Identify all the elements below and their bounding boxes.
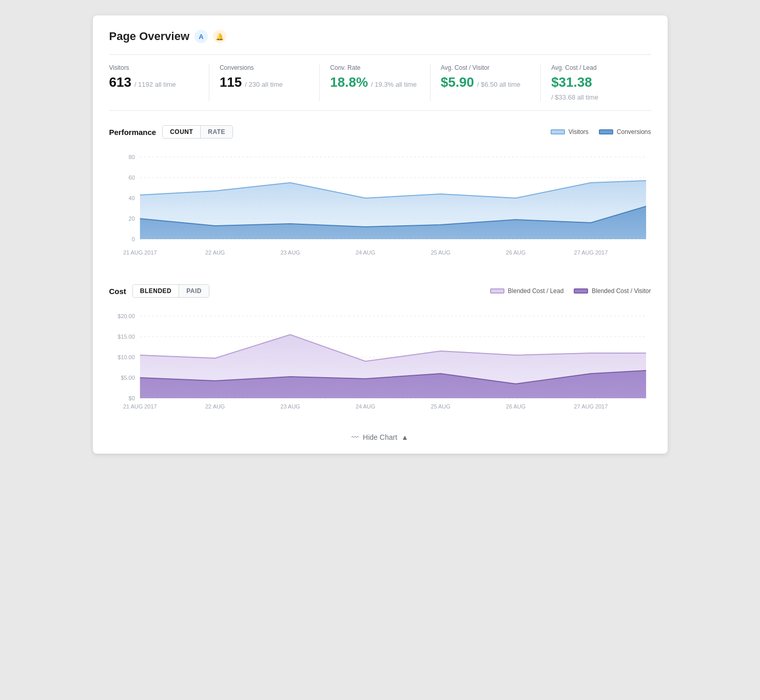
hide-chart-chevron: ▲ <box>401 433 408 441</box>
svg-text:$10.00: $10.00 <box>118 354 134 360</box>
metric-conversions-label: Conversions <box>220 64 309 71</box>
legend-visitors-swatch <box>551 129 565 134</box>
svg-text:24 AUG: 24 AUG <box>355 249 375 256</box>
performance-toggle-rate[interactable]: RATE <box>200 126 232 138</box>
cost-header: Cost BLENDED PAID Blended Cost / Lead Bl… <box>109 284 651 298</box>
metric-avg-cost-visitor: Avg. Cost / Visitor $5.90 / $6.50 all ti… <box>431 64 541 101</box>
svg-text:26 AUG: 26 AUG <box>505 403 525 410</box>
legend-blended-visitor: Blended Cost / Visitor <box>574 287 651 295</box>
svg-text:25 AUG: 25 AUG <box>431 249 450 256</box>
metric-conv-rate-primary: 18.8% <box>330 74 368 90</box>
svg-text:$20.00: $20.00 <box>118 313 134 319</box>
cost-toggle-paid[interactable]: PAID <box>179 285 209 297</box>
svg-text:$5.00: $5.00 <box>121 375 134 381</box>
legend-conversions: Conversions <box>599 128 651 135</box>
metric-avg-cost-lead: Avg. Cost / Lead $31.38 / $33.68 all tim… <box>541 64 651 101</box>
legend-visitors: Visitors <box>551 128 589 135</box>
main-card: Page Overview A 🔔 Visitors 613 / 1192 al… <box>93 15 668 454</box>
a-icon: A <box>194 30 208 43</box>
svg-text:$0: $0 <box>128 395 134 401</box>
legend-blended-lead: Blended Cost / Lead <box>490 287 564 295</box>
legend-blended-lead-swatch <box>490 288 504 294</box>
metric-visitors-secondary: / 1192 all time <box>134 81 176 88</box>
svg-text:26 AUG: 26 AUG <box>505 249 525 256</box>
performance-header: Performance COUNT RATE Visitors Conversi… <box>109 125 651 139</box>
cost-toggle-group: BLENDED PAID <box>132 284 209 298</box>
page-title-row: Page Overview A 🔔 <box>109 30 651 43</box>
hide-chart-row[interactable]: 〰 Hide Chart ▲ <box>109 433 651 441</box>
cost-toggle-blended[interactable]: BLENDED <box>133 285 179 297</box>
cost-chart: $20.00 $15.00 $10.00 $5.00 $0 <box>109 306 651 419</box>
svg-text:20: 20 <box>128 216 134 222</box>
performance-section: Performance COUNT RATE Visitors Conversi… <box>109 125 651 270</box>
legend-blended-visitor-swatch <box>574 288 588 294</box>
cost-legend: Blended Cost / Lead Blended Cost / Visit… <box>490 287 651 295</box>
performance-toggle-group: COUNT RATE <box>162 125 233 139</box>
legend-blended-visitor-label: Blended Cost / Visitor <box>592 287 651 295</box>
performance-legend: Visitors Conversions <box>551 128 651 135</box>
performance-title: Performance <box>109 128 157 137</box>
cost-title-row: Cost BLENDED PAID <box>109 284 209 298</box>
metric-avg-cost-visitor-label: Avg. Cost / Visitor <box>441 64 530 71</box>
performance-toggle-count[interactable]: COUNT <box>163 126 200 138</box>
svg-text:23 AUG: 23 AUG <box>280 403 300 410</box>
metric-conv-rate: Conv. Rate 18.8% / 19.3% all time <box>320 64 430 101</box>
metric-avg-cost-visitor-secondary: / $6.50 all time <box>477 81 521 88</box>
metric-visitors-label: Visitors <box>109 64 199 71</box>
metric-conversions: Conversions 115 / 230 all time <box>209 64 320 101</box>
metric-avg-cost-visitor-primary: $5.90 <box>441 74 474 90</box>
performance-title-row: Performance COUNT RATE <box>109 125 233 139</box>
metric-avg-cost-lead-primary: $31.38 <box>551 74 592 90</box>
legend-blended-lead-label: Blended Cost / Lead <box>508 287 564 295</box>
cost-section: Cost BLENDED PAID Blended Cost / Lead Bl… <box>109 284 651 419</box>
svg-text:60: 60 <box>128 174 134 181</box>
metric-avg-cost-lead-label: Avg. Cost / Lead <box>551 64 640 71</box>
legend-visitors-label: Visitors <box>569 128 589 135</box>
performance-chart-svg: 80 60 40 20 0 <box>109 147 651 270</box>
svg-text:21 AUG 2017: 21 AUG 2017 <box>123 249 157 256</box>
legend-conversions-label: Conversions <box>617 128 651 135</box>
cost-title: Cost <box>109 287 126 296</box>
svg-text:$15.00: $15.00 <box>118 334 134 340</box>
svg-text:40: 40 <box>128 195 134 201</box>
svg-text:0: 0 <box>131 236 134 242</box>
metric-visitors: Visitors 613 / 1192 all time <box>109 64 209 101</box>
svg-text:22 AUG: 22 AUG <box>205 249 225 256</box>
metric-visitors-primary: 613 <box>109 74 131 90</box>
hide-chart-icon: 〰 <box>352 433 359 441</box>
svg-text:23 AUG: 23 AUG <box>280 249 300 256</box>
svg-text:80: 80 <box>128 154 134 160</box>
svg-text:27 AUG 2017: 27 AUG 2017 <box>574 249 608 256</box>
svg-text:21 AUG 2017: 21 AUG 2017 <box>123 403 157 410</box>
metric-conversions-primary: 115 <box>220 74 242 90</box>
performance-chart: 80 60 40 20 0 <box>109 147 651 270</box>
hide-chart-label: Hide Chart <box>363 433 397 441</box>
metric-avg-cost-lead-secondary: / $33.68 all time <box>551 93 598 101</box>
svg-text:27 AUG 2017: 27 AUG 2017 <box>574 403 608 410</box>
metric-conv-rate-label: Conv. Rate <box>330 64 419 71</box>
page-title: Page Overview <box>109 30 190 43</box>
legend-conversions-swatch <box>599 129 613 134</box>
svg-text:25 AUG: 25 AUG <box>431 403 450 410</box>
metrics-bar: Visitors 613 / 1192 all time Conversions… <box>109 54 651 111</box>
svg-text:22 AUG: 22 AUG <box>205 403 225 410</box>
cost-chart-svg: $20.00 $15.00 $10.00 $5.00 $0 <box>109 306 651 419</box>
svg-text:24 AUG: 24 AUG <box>355 403 375 410</box>
metric-conversions-secondary: / 230 all time <box>245 81 283 88</box>
b-icon: 🔔 <box>213 30 226 43</box>
metric-conv-rate-secondary: / 19.3% all time <box>371 81 417 88</box>
